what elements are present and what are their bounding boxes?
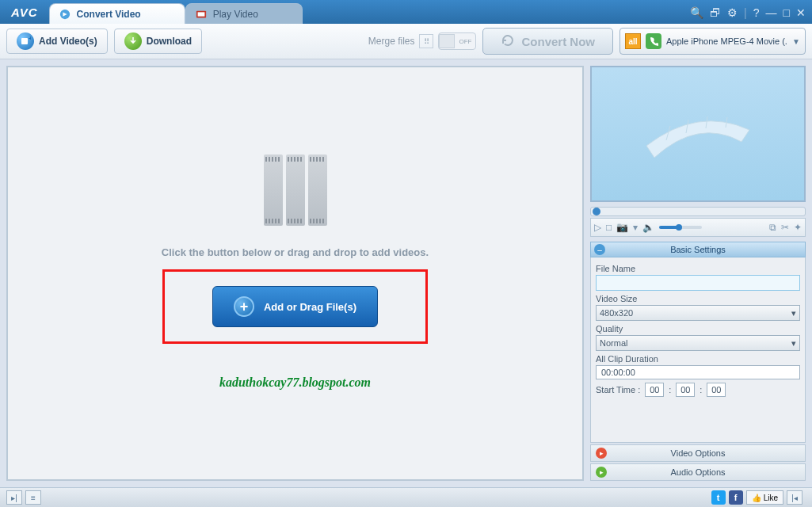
all-clip-duration-value: 00:00:00 [596,365,800,379]
select-value: 480x320 [600,308,633,318]
play-icon[interactable]: ▷ [594,222,601,233]
volume-slider[interactable] [659,226,702,229]
close-icon[interactable]: ✕ [796,6,806,19]
button-label: Convert Now [521,35,595,48]
effects-icon[interactable]: ✦ [794,222,802,233]
lock-icon[interactable]: 🗗 [710,6,721,19]
add-videos-button[interactable]: + Add Video(s) [6,29,108,54]
output-profile-selector[interactable]: all Apple iPhone MPEG-4 Movie (... ▼ [619,28,806,55]
next-button[interactable]: |◂ [787,490,802,505]
select-value: Normal [600,338,627,348]
start-time-seconds[interactable]: 00 [707,383,726,397]
highlight-annotation: + Add or Drag File(s) [162,269,428,344]
quality-label: Quality [596,324,800,334]
help-icon[interactable]: ? [753,6,760,19]
separator: | [744,6,747,19]
phone-icon [646,33,661,49]
video-size-label: Video Size [596,294,800,303]
maximize-icon[interactable]: □ [783,6,790,19]
like-button[interactable]: 👍 Like [746,490,783,505]
svg-rect-3 [21,38,28,44]
basic-settings-panel: File Name Video Size 480x320 ▾ Quality N… [590,257,806,443]
plus-circle-icon: + [234,296,254,317]
toggle-handle [439,34,455,48]
bar-label: Video Options [671,448,726,458]
button-label: Download [147,36,192,47]
seek-bar[interactable] [590,207,806,216]
main-area: Click the button below or drag and drop … [0,59,812,487]
all-formats-icon: all [625,33,641,49]
download-button[interactable]: Download [114,29,202,54]
quality-select[interactable]: Normal ▾ [596,335,800,351]
app-tabs: Convert Video Play Video [49,3,686,24]
seek-knob[interactable] [593,208,600,215]
snapshot-icon[interactable]: 📷 [616,222,628,233]
twitter-icon[interactable]: t [711,490,726,505]
status-bar: ▸| ≡ t f 👍 Like |◂ [0,487,812,507]
file-name-input[interactable] [596,275,800,291]
tab-label: Convert Video [77,9,141,20]
like-label: Like [764,494,778,502]
chevron-down-icon: ▾ [791,308,796,318]
button-label: Add Video(s) [39,36,97,47]
convert-now-button[interactable]: Convert Now [482,28,613,55]
right-panel: ▷ □ 📷 ▾ 🔈 ⧉ ✂ ✦ – Basic Settings File Na… [590,66,806,481]
bar-label: Audio Options [670,467,725,477]
film-preview-icon [639,98,757,170]
merge-dots-icon: ⠿ [419,34,433,48]
merge-label: Merge files [368,36,415,47]
film-strip-icon [308,154,327,226]
volume-knob[interactable] [676,224,682,231]
start-time-hours[interactable]: 00 [645,383,664,397]
drop-zone[interactable]: Click the button below or drag and drop … [6,66,584,481]
audio-options-bar[interactable]: ▸ Audio Options [590,463,806,481]
button-label: Add or Drag File(s) [264,301,356,313]
volume-icon[interactable]: 🔈 [642,222,654,233]
film-strip-icon [286,154,305,226]
header-label: Basic Settings [670,245,726,254]
add-video-icon: + [17,32,34,50]
thumbs-up-icon: 👍 [752,494,761,502]
chevron-down-icon[interactable]: ▾ [633,222,638,233]
film-strip-placeholder [264,154,327,226]
app-logo: AVC [0,6,49,24]
tab-label: Play Video [213,9,258,20]
search-icon[interactable]: 🔍 [690,6,703,19]
svg-text:+: + [29,36,31,42]
video-size-select[interactable]: 480x320 ▾ [596,305,800,321]
minimize-icon[interactable]: — [766,6,777,19]
file-name-label: File Name [596,264,800,273]
tab-convert-video[interactable]: Convert Video [49,3,185,24]
title-bar: AVC Convert Video Play Video 🔍 🗗 ⚙ | ? —… [0,0,812,24]
list-view-button[interactable]: ≡ [25,490,41,505]
crop-icon[interactable]: ⧉ [769,222,776,233]
collapse-icon[interactable]: – [594,244,605,255]
preview-area [590,66,806,202]
merge-toggle[interactable]: OFF [438,32,476,50]
refresh-icon [501,33,515,50]
tab-play-video[interactable]: Play Video [185,3,303,24]
toggle-state: OFF [455,38,475,45]
prev-button[interactable]: ▸| [6,490,22,505]
gear-icon[interactable]: ⚙ [727,6,738,19]
convert-icon [59,9,71,20]
add-or-drag-files-button[interactable]: + Add or Drag File(s) [212,286,378,327]
audio-dot-icon: ▸ [596,467,607,478]
start-time-minutes[interactable]: 00 [676,383,695,397]
chevron-down-icon: ▾ [791,338,796,349]
video-options-bar[interactable]: ▸ Video Options [590,444,806,462]
drop-hint-text: Click the button below or drag and drop … [162,246,429,258]
svg-rect-2 [197,12,204,16]
basic-settings-header[interactable]: – Basic Settings [590,242,806,257]
profile-text: Apple iPhone MPEG-4 Movie (... [666,36,787,46]
cut-icon[interactable]: ✂ [781,222,789,233]
chevron-down-icon: ▼ [792,37,800,46]
window-controls: 🔍 🗗 ⚙ | ? — □ ✕ [685,6,812,24]
start-time-label: Start Time : [596,385,640,395]
watermark-text: kaduthokcay77.blogspot.com [219,375,371,390]
stop-icon[interactable]: □ [606,222,612,233]
merge-files-group: Merge files ⠿ OFF [368,32,477,50]
play-icon [196,9,207,20]
film-strip-icon [264,154,283,226]
facebook-icon[interactable]: f [729,490,743,505]
